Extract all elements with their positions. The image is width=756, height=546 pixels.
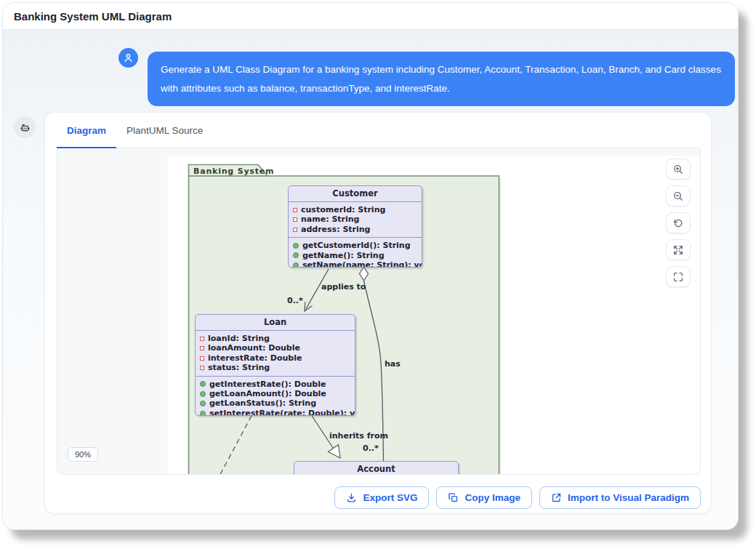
method-icon bbox=[200, 391, 206, 397]
zoom-in-button[interactable] bbox=[666, 158, 691, 180]
edge-multiplicity-account: 0..* bbox=[363, 443, 379, 453]
reset-view-button[interactable] bbox=[666, 212, 691, 233]
user-message-text: Generate a UML Class Diagram for a banki… bbox=[161, 64, 721, 94]
zoom-out-button[interactable] bbox=[666, 185, 691, 206]
field-icon bbox=[200, 346, 204, 350]
zoom-level-badge: 90% bbox=[68, 447, 98, 462]
uml-class-account-title: Account bbox=[294, 462, 458, 475]
bot-avatar bbox=[14, 116, 36, 138]
method-icon bbox=[200, 381, 206, 387]
method-icon bbox=[293, 243, 299, 249]
app-header: Banking System UML Diagram bbox=[3, 3, 738, 30]
method-icon bbox=[200, 411, 206, 416]
uml-customer-attributes: customerId: String name: String address:… bbox=[289, 202, 422, 237]
field-icon bbox=[293, 208, 297, 212]
edge-label-has: has bbox=[385, 359, 401, 369]
uml-loan-attributes: loanId: String loanAmount: Double intere… bbox=[196, 331, 355, 376]
content-area: Generate a UML Class Diagram for a banki… bbox=[3, 30, 738, 529]
uml-package-title: Banking System bbox=[193, 166, 274, 176]
uml-class-loan: Loan loanId: String loanAmount: Double i… bbox=[195, 314, 355, 416]
field-icon bbox=[200, 366, 204, 370]
reset-view-icon bbox=[672, 217, 684, 229]
download-icon bbox=[346, 492, 357, 503]
expand-button[interactable] bbox=[666, 239, 691, 260]
tab-bar: Diagram PlantUML Source bbox=[57, 113, 699, 148]
uml-class-loan-title: Loan bbox=[196, 315, 355, 331]
uml-class-customer: Customer customerId: String name: String… bbox=[288, 185, 422, 268]
diagram-viewer[interactable]: Banking System Customer customerId: Stri… bbox=[57, 148, 701, 475]
expand-icon bbox=[672, 244, 684, 256]
method-icon bbox=[293, 262, 299, 268]
field-icon bbox=[293, 217, 297, 222]
field-icon bbox=[200, 337, 204, 341]
uml-class-customer-title: Customer bbox=[289, 186, 422, 202]
edge-label-inherits-from: inherits from bbox=[329, 431, 388, 441]
page-title: Banking System UML Diagram bbox=[14, 10, 172, 23]
zoom-in-icon bbox=[672, 164, 684, 175]
fullscreen-button[interactable] bbox=[666, 266, 691, 287]
field-icon bbox=[293, 228, 297, 232]
uml-customer-methods: getCustomerId(): String getName(): Strin… bbox=[289, 237, 422, 268]
viewer-controls bbox=[666, 158, 691, 287]
robot-icon bbox=[19, 121, 31, 134]
edge-label-applies-to: applies to bbox=[321, 282, 366, 292]
copy-icon bbox=[448, 492, 459, 503]
tab-diagram[interactable]: Diagram bbox=[57, 113, 116, 148]
copy-image-button[interactable]: Copy Image bbox=[436, 486, 532, 509]
method-icon bbox=[200, 401, 206, 406]
app-window: Banking System UML Diagram Generate a UM… bbox=[2, 2, 739, 530]
person-icon bbox=[123, 52, 134, 63]
export-svg-button[interactable]: Export SVG bbox=[334, 486, 429, 509]
edge-multiplicity-loan: 0..* bbox=[287, 296, 303, 305]
uml-class-account: Account bbox=[294, 461, 459, 475]
action-buttons: Export SVG Copy Image bbox=[334, 486, 701, 509]
method-icon bbox=[293, 252, 299, 258]
uml-loan-methods: getInterestRate(): Double getLoanAmount(… bbox=[196, 376, 355, 416]
external-link-icon bbox=[551, 492, 562, 503]
import-visual-paradigm-button[interactable]: Import to Visual Paradigm bbox=[539, 486, 701, 509]
zoom-out-icon bbox=[672, 190, 684, 202]
diagram-card: Diagram PlantUML Source bbox=[44, 112, 712, 514]
fullscreen-icon bbox=[672, 271, 684, 283]
user-message-bubble: Generate a UML Class Diagram for a banki… bbox=[148, 52, 735, 106]
tab-plantuml-source[interactable]: PlantUML Source bbox=[116, 113, 213, 148]
field-icon bbox=[200, 356, 204, 361]
user-avatar bbox=[118, 48, 138, 68]
